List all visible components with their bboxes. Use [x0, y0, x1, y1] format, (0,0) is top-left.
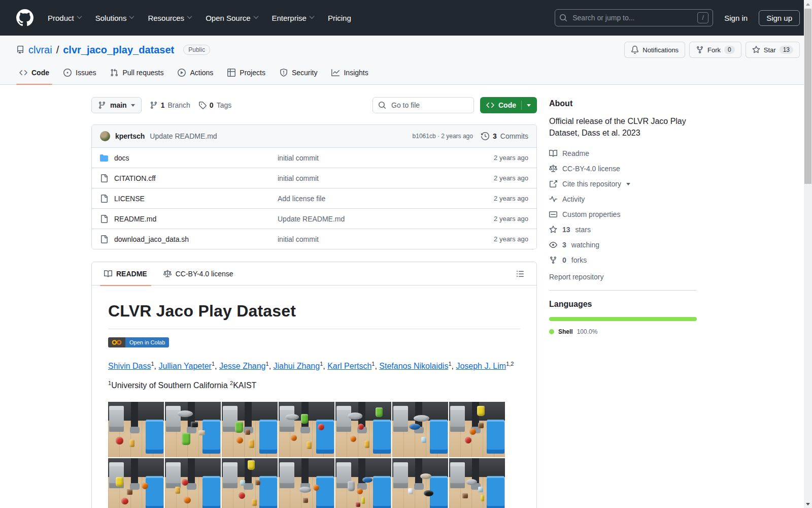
open-in-colab-badge[interactable]: Open in Colab [108, 337, 169, 347]
author-link[interactable]: Shivin Dass [108, 362, 151, 370]
scroll-down-arrow[interactable] [804, 500, 812, 508]
sidebar-link-watching[interactable]: 3watching [549, 237, 697, 252]
file-commit-message[interactable]: initial commit [278, 235, 467, 243]
branch-selector[interactable]: main [91, 97, 142, 113]
fork-button[interactable]: Fork 0 [689, 42, 741, 58]
dataset-sample-image [392, 402, 448, 457]
language-dot [549, 329, 554, 334]
sidebar-link-readme[interactable]: Readme [549, 146, 697, 161]
sidebar-link-count: 3 [562, 241, 566, 249]
cart [223, 462, 238, 488]
sign-in-link[interactable]: Sign in [720, 11, 752, 25]
sidebar-link-cc-by-4.0-license[interactable]: CC-BY-4.0 license [549, 161, 697, 176]
tab-label: Pull requests [122, 69, 163, 77]
author-link[interactable]: Jiahui Zhang [274, 362, 320, 370]
tab-insights[interactable]: Insights [324, 61, 375, 84]
code-download-button[interactable]: Code [480, 97, 537, 113]
tab-pull-requests[interactable]: Pull requests [103, 61, 171, 84]
repo-name-link[interactable]: clvr_jaco_play_dataset [63, 44, 174, 56]
chevron-down-icon [253, 14, 258, 19]
file-commit-message[interactable]: Add license file [278, 195, 467, 203]
tab-label: Projects [240, 69, 265, 77]
sign-up-button[interactable]: Sign up [759, 10, 800, 26]
tab-projects[interactable]: Projects [220, 61, 273, 84]
github-logo-icon[interactable] [16, 9, 33, 26]
table-row: LICENSEAdd license file2 years ago [92, 188, 536, 208]
search-input[interactable] [571, 13, 693, 22]
affiliations-line: 1University of Southern California 2KAIS… [108, 380, 520, 390]
code-toolbar: main 1 Branch 0 Tags [91, 97, 537, 113]
report-repository-link[interactable]: Report repository [549, 273, 697, 281]
sidebar-link-stars[interactable]: 13stars [549, 222, 697, 237]
file-commit-message[interactable]: Update README.md [278, 215, 467, 223]
go-to-file-box[interactable] [373, 97, 474, 113]
nav-item-open-source[interactable]: Open Source [200, 10, 262, 26]
tab-code[interactable]: Code [12, 61, 56, 84]
breadcrumb: clvrai / clvr_jaco_play_dataset Public [16, 44, 624, 56]
file-commit-time: 2 years ago [467, 174, 528, 182]
tab-license[interactable]: CC-BY-4.0 license [155, 262, 242, 285]
sidebar-divider [549, 290, 697, 291]
scroll-up-arrow[interactable] [804, 0, 812, 8]
file-link-LICENSE[interactable]: LICENSE [100, 195, 278, 203]
nav-item-product[interactable]: Product [43, 10, 86, 26]
tab-label: Code [31, 69, 49, 77]
tab-issues[interactable]: Issues [56, 61, 103, 84]
chevron-down-icon [187, 14, 192, 19]
graph-icon [331, 69, 340, 77]
commit-history-link[interactable]: 3 Commits [481, 132, 528, 140]
project-icon [227, 69, 235, 77]
nav-item-enterprise[interactable]: Enterprise [267, 10, 319, 26]
branches-link[interactable]: 1 Branch [150, 101, 190, 109]
author-link[interactable]: Karl Pertsch [327, 362, 371, 370]
dataset-sample-image [335, 458, 391, 508]
commit-sha-time[interactable]: b1061cb · 2 years ago [413, 133, 473, 140]
tab-actions[interactable]: Actions [171, 61, 220, 84]
ball-object [236, 437, 243, 443]
nav-item-solutions[interactable]: Solutions [90, 10, 139, 26]
author-link[interactable]: Jullian Yapeter [159, 362, 212, 370]
rect-object [303, 498, 308, 503]
tags-link[interactable]: 0 Tags [198, 101, 231, 109]
blue-bin [259, 476, 277, 508]
file-link-README.md[interactable]: README.md [100, 215, 278, 223]
sidebar-link-cite-this-repository[interactable]: Cite this repository [549, 176, 697, 192]
file-commit-time: 2 years ago [467, 195, 528, 202]
author-link[interactable]: Joseph J. Lim [456, 362, 506, 370]
file-link-download_jaco_data.sh[interactable]: download_jaco_data.sh [100, 235, 278, 243]
language-bar[interactable] [549, 317, 697, 321]
file-commit-message[interactable]: initial commit [278, 174, 467, 182]
sidebar-link-activity[interactable]: Activity [549, 192, 697, 207]
go-to-file-input[interactable] [390, 101, 468, 110]
nav-item-resources[interactable]: Resources [143, 10, 196, 26]
commit-author-link[interactable]: kpertsch [115, 132, 145, 140]
commits-count: 3 [493, 132, 497, 140]
page-scrollbar[interactable] [804, 0, 812, 508]
tab-readme[interactable]: README [96, 262, 155, 285]
file-commit-message[interactable]: initial commit [278, 154, 467, 162]
tab-security[interactable]: Security [273, 61, 325, 84]
file-link-CITATION.cff[interactable]: CITATION.cff [100, 174, 278, 182]
avatar[interactable] [100, 131, 110, 141]
tab-label: Security [292, 69, 318, 77]
global-search[interactable]: / [555, 9, 713, 26]
sidebar-link-custom-properties[interactable]: Custom properties [549, 207, 697, 222]
language-item-shell[interactable]: Shell100.0% [549, 328, 697, 335]
file-link-docs[interactable]: docs [100, 154, 278, 162]
sidebar-link-count: 13 [562, 226, 570, 234]
author-link[interactable]: Jesse Zhang [219, 362, 266, 370]
author-link[interactable]: Stefanos Nikolaidis [379, 362, 448, 370]
scrollbar-thumb[interactable] [804, 9, 811, 184]
sidebar-link-forks[interactable]: 0forks [549, 252, 697, 268]
blue-bin [430, 420, 448, 454]
commit-message-link[interactable]: Update README.md [150, 132, 217, 140]
nav-item-pricing[interactable]: Pricing [323, 10, 356, 26]
rect-object [356, 502, 361, 507]
outline-icon[interactable] [513, 267, 527, 281]
language-percent: 100.0% [577, 328, 598, 335]
notifications-button[interactable]: Notifications [624, 42, 685, 58]
repo-owner-link[interactable]: clvrai [28, 44, 52, 56]
blue-bin [487, 420, 504, 454]
star-button[interactable]: Star 13 [746, 42, 800, 58]
rect-object [127, 489, 132, 495]
